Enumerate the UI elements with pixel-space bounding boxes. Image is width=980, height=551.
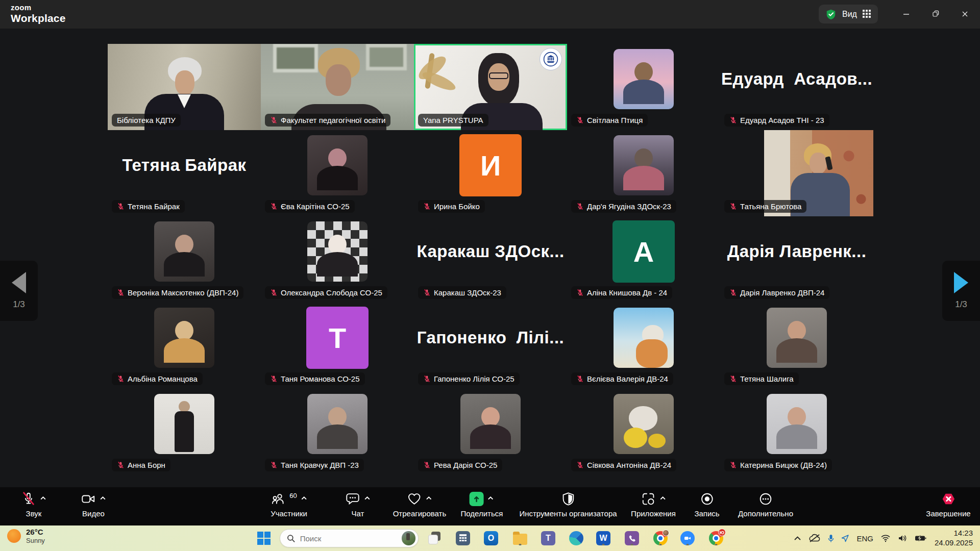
share-screen-button[interactable]: Поделиться: [461, 491, 503, 518]
word-button[interactable]: W: [595, 530, 611, 546]
participant-tile-velieva[interactable]: Вєлієва Валерія ДВ-24: [567, 303, 720, 389]
search-highlight-thumbnail[interactable]: [402, 531, 415, 545]
mic-muted-icon: [21, 491, 36, 507]
minimize-button[interactable]: [897, 6, 915, 21]
mic-muted-icon: [423, 203, 431, 210]
language-indicator[interactable]: ENG: [856, 534, 873, 543]
arrow-left-icon: [12, 272, 26, 293]
participant-name-tag: Дар'я Ягудіна ЗДОск-23: [571, 200, 676, 213]
participant-tile-dariya-yagudina[interactable]: Дар'я Ягудіна ЗДОск-23: [567, 130, 720, 216]
restore-button[interactable]: [927, 6, 944, 21]
participant-name-tag: Тетяна Шалига: [724, 372, 799, 385]
volume-indicator[interactable]: [898, 534, 908, 542]
participant-tile-tanya-kravchuk[interactable]: Таня Кравчук ДВП -23: [261, 389, 414, 475]
chrome-button[interactable]: [652, 530, 669, 546]
taskbar-clock[interactable]: 14:23 24.09.2025: [935, 529, 973, 548]
participant-tile-shalyga[interactable]: Тетяна Шалига: [720, 303, 873, 389]
participant-tile-oleksandra[interactable]: Олександра Слобода СО-25: [261, 216, 414, 303]
chevron-up-icon[interactable]: [426, 496, 432, 500]
participant-tile-iryna[interactable]: И Дар'я Ягудіна ЗДОск-23Ирина Бойко: [414, 130, 567, 216]
weather-widget[interactable]: 26°C Sunny: [7, 528, 45, 545]
participant-name-tag: Сівкова Антоніна ДВ-24: [571, 459, 676, 471]
university-emblem-icon: [543, 52, 558, 67]
battery-charging-icon: [915, 535, 927, 542]
mic-muted-icon: [270, 289, 278, 296]
tray-overflow-button[interactable]: [794, 536, 801, 541]
participant-name-tag: Yana PRYSTUPA: [418, 114, 488, 127]
participant-tile-eva[interactable]: Єва Карітіна СО-25: [261, 130, 414, 216]
taskbar-search[interactable]: [280, 529, 419, 547]
participant-tile-gaponenko[interactable]: Гапоненко Лілі... Гапоненко Лілія СО-25: [414, 303, 567, 389]
participant-tile-tanya-romanova[interactable]: Т Таня Романова СО-25: [261, 303, 414, 389]
mic-muted-icon: [117, 461, 125, 469]
location-in-use-indicator[interactable]: [841, 534, 849, 542]
close-button[interactable]: [956, 6, 973, 21]
chrome-profile-button[interactable]: Ю: [708, 530, 724, 546]
chevron-up-icon[interactable]: [659, 496, 666, 500]
outlook-button[interactable]: O: [483, 530, 499, 546]
chevron-up-icon: [794, 536, 801, 541]
wifi-icon: [880, 534, 891, 542]
end-meeting-button[interactable]: Завершение: [926, 491, 970, 518]
record-button[interactable]: Запись: [694, 491, 719, 518]
chat-button[interactable]: Чат: [345, 491, 371, 518]
participant-tile-dariya-lavrenko[interactable]: Дарія Лавренк... Дарія Лавренко ДВП-24: [720, 216, 873, 303]
participants-button[interactable]: 60 Участники: [271, 491, 307, 518]
teams-button[interactable]: T: [540, 530, 556, 546]
participant-tile-sivkova[interactable]: Сівкова Антоніна ДВ-24: [567, 389, 720, 475]
chevron-up-icon[interactable]: [364, 496, 371, 500]
file-explorer-button[interactable]: [512, 530, 528, 546]
windows-start-button[interactable]: [257, 532, 271, 545]
participant-tile-svitlana[interactable]: Світлана Птиця: [567, 44, 720, 130]
task-view-button[interactable]: [427, 530, 443, 546]
avatar: [614, 135, 674, 195]
chevron-up-icon[interactable]: [301, 496, 307, 500]
participant-tile-yana-active-speaker[interactable]: Yana PRYSTUPA: [414, 44, 567, 130]
battery-indicator[interactable]: [915, 535, 927, 542]
chevron-up-icon[interactable]: [487, 496, 494, 500]
chevron-up-icon[interactable]: [40, 496, 46, 500]
onedrive-status[interactable]: [808, 534, 821, 543]
participant-tile-reva[interactable]: Рева Дарія СО-25: [414, 389, 567, 475]
participant-tile-alina[interactable]: А Аліна Книшова Дв - 24: [567, 216, 720, 303]
participant-tile-tatyana-bryutova[interactable]: Татьяна Брютова: [720, 130, 873, 216]
participant-tile-eduard[interactable]: Едуард Асадов... Едуард Асадов ТНІ - 23: [720, 44, 873, 130]
search-input[interactable]: [300, 534, 402, 543]
apps-button[interactable]: Приложения: [631, 491, 676, 518]
view-button[interactable]: Вид: [819, 5, 878, 23]
participant-tile-bairak[interactable]: Тетяна Байрак Тетяна Байрак: [108, 130, 261, 216]
audio-button[interactable]: Звук: [21, 491, 46, 518]
participant-name-tag: Вероніка Максютенко (ДВП-24): [112, 286, 243, 299]
avatar: [307, 221, 368, 282]
edge-button[interactable]: [568, 530, 584, 546]
participant-tile-katerina[interactable]: Катерина Бицюк (ДВ-24): [720, 389, 873, 475]
host-tools-button[interactable]: Инструменты организатора: [519, 491, 617, 518]
chevron-up-icon[interactable]: [100, 496, 106, 500]
zoom-workplace-logo: zoom Workplace: [11, 4, 66, 23]
participant-tile-karakash[interactable]: Каракаш ЗДОск... Каракаш ЗДОск-23: [414, 216, 567, 303]
gallery-next-page-button[interactable]: 1/3: [942, 261, 980, 321]
page-indicator: 1/3: [13, 299, 25, 310]
participants-icon: [271, 491, 286, 507]
zoom-app-button[interactable]: [679, 530, 696, 546]
participant-tile-biblioteka[interactable]: Бібліотека КДПУ: [108, 44, 261, 130]
participant-name-tag: Єва Карітіна СО-25: [265, 200, 355, 213]
more-button[interactable]: Дополнительно: [738, 491, 793, 518]
wifi-indicator[interactable]: [880, 534, 891, 542]
participant-tile-fakultet[interactable]: Факультет педагогічної освіти: [261, 44, 414, 130]
react-button[interactable]: Отреагировать: [393, 491, 447, 518]
avatar: [154, 221, 214, 282]
viber-button[interactable]: [624, 530, 640, 546]
search-icon: [287, 534, 296, 543]
participant-tile-anna[interactable]: Анна Борн: [108, 389, 261, 475]
participant-tile-veronika[interactable]: Вероніка Максютенко (ДВП-24): [108, 216, 261, 303]
letter-avatar: Т: [306, 307, 369, 369]
participant-tile-albina[interactable]: Альбіна Романцова: [108, 303, 261, 389]
calculator-button[interactable]: [455, 530, 471, 546]
gallery-prev-page-button[interactable]: 1/3: [0, 261, 38, 321]
cloud-paused-icon: [808, 534, 821, 543]
mic-muted-icon: [576, 375, 584, 383]
mic-muted-icon: [576, 461, 584, 469]
mic-in-use-indicator[interactable]: [828, 534, 834, 543]
video-button[interactable]: Видео: [81, 491, 106, 518]
